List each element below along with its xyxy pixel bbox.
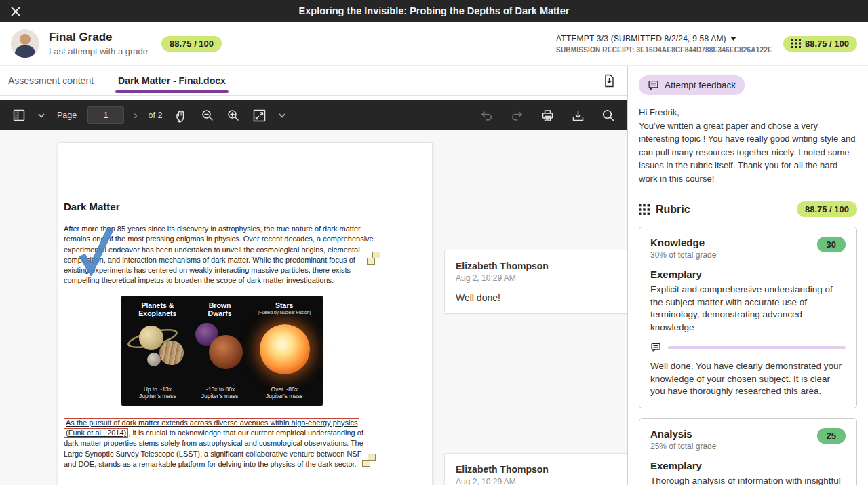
download-button[interactable]: [570, 107, 587, 124]
thumbnail-panel-icon: [12, 109, 26, 122]
avatar-face: [20, 34, 31, 45]
comment-card[interactable]: Elizabeth Thompson Aug 2, 10:29 AM: [444, 453, 627, 485]
comment-card[interactable]: Elizabeth Thompson Aug 2, 10:29 AM Well …: [444, 250, 627, 314]
close-icon: [10, 6, 21, 17]
feedback-panel: Attempt feedback Hi Fredrik, You’ve writ…: [627, 66, 868, 485]
criterion-level: Exemplary: [650, 269, 846, 280]
criterion-description: Explicit and comprehensive understanding…: [650, 284, 846, 334]
criterion-description: Thorough analysis of information with in…: [650, 475, 846, 485]
comment-text: Well done!: [456, 292, 616, 303]
comment-time: Aug 2, 10:29 AM: [456, 477, 616, 485]
print-icon: [540, 109, 555, 123]
rubric-score-pill: 88.75 / 100: [797, 201, 857, 217]
rubric-header: Rubric 88.75 / 100: [639, 201, 857, 217]
download-file-button[interactable]: [603, 74, 615, 88]
comment-note-icon[interactable]: [362, 454, 376, 467]
page-total-label: of 2: [149, 111, 163, 120]
final-grade-title: Final Grade: [49, 31, 148, 44]
criterion-score-pill: 25: [817, 428, 846, 444]
criterion-level: Exemplary: [650, 460, 846, 471]
figure-col1-caption: Up to ~13x Jupiter’s mass: [124, 386, 191, 400]
chevron-down-icon: [279, 113, 285, 118]
attempt-feedback-badge[interactable]: Attempt feedback: [639, 75, 745, 95]
rubric-grid-icon: [791, 39, 801, 48]
chevron-down-icon: [38, 113, 45, 118]
pan-tool-button[interactable]: [173, 107, 190, 124]
thumbnail-panel-button[interactable]: [11, 107, 27, 123]
grade-header: Final Grade Last attempt with a grade 88…: [0, 22, 868, 66]
criterion-name: Knowledge: [650, 237, 716, 248]
page-number-input[interactable]: [87, 106, 124, 124]
document-paragraph-1: After more than 85 years since its disco…: [64, 224, 375, 286]
saturn-planet: [139, 326, 163, 350]
undo-icon: [479, 109, 494, 121]
search-icon: [601, 109, 615, 122]
submission-receipt: SUBMISSION RECEIPT: 3E16D4AE8CF844D788E3…: [556, 46, 772, 54]
rubric-criterion-analysis[interactable]: Analysis 25% of total grade 25 Exemplary…: [639, 418, 857, 485]
print-button[interactable]: [539, 107, 556, 124]
figure-col3-title: Stars: [248, 301, 320, 309]
final-grade-pill: 88.75 / 100: [161, 36, 222, 52]
comment-note-icon[interactable]: [367, 252, 380, 265]
final-grade-subtitle: Last attempt with a grade: [49, 46, 148, 56]
document-figure: Planets & Exoplanets Up to ~13x Jupiter’…: [121, 296, 323, 406]
avatar: [11, 29, 39, 58]
redo-icon: [510, 109, 524, 121]
criterion-weight: 25% of total grade: [650, 442, 716, 451]
comment-author: Elizabeth Thompson: [456, 260, 616, 271]
download-icon: [571, 109, 585, 123]
caret-down-icon: [730, 37, 736, 41]
page-label: Page: [57, 111, 77, 120]
figure-col1-title: Planets & Exoplanets: [124, 301, 191, 317]
hand-icon: [174, 109, 189, 123]
feedback-icon: [648, 79, 659, 91]
rubric-criterion-knowledge[interactable]: Knowledge 30% of total grade 30 Exemplar…: [639, 227, 857, 408]
redo-button[interactable]: [509, 108, 526, 123]
instructor-feedback-text: Hi Fredrik, You’ve written a great paper…: [639, 106, 857, 185]
tab-bar: Assessment content Dark Matter - Final.d…: [0, 66, 627, 96]
criterion-comment: Well done. You have clearly demonstrated…: [650, 360, 846, 398]
fit-to-window-button[interactable]: [251, 107, 268, 124]
avatar-body: [15, 45, 35, 58]
pdf-toolbar: Page › of 2: [0, 100, 627, 130]
zoom-out-button[interactable]: [199, 107, 216, 123]
star: [260, 324, 310, 374]
fit-screen-icon: [252, 109, 267, 123]
criterion-score-pill: 30: [817, 237, 846, 252]
comment-time: Aug 2, 10:29 AM: [456, 273, 616, 283]
attempt-feedback-label: Attempt feedback: [665, 80, 736, 90]
criterion-divider: [668, 346, 846, 349]
moon: [147, 353, 161, 366]
comment-author: Elizabeth Thompson: [456, 464, 616, 475]
figure-col3-subtitle: (Fueled by Nuclear Fusion): [248, 310, 320, 315]
zoom-options-button[interactable]: [277, 112, 287, 119]
figure-col3-caption: Over ~80x Jupiter’s mass: [248, 386, 320, 400]
jupiter-planet: [159, 341, 184, 365]
search-button[interactable]: [600, 107, 616, 123]
brown-dwarf-brown: [209, 335, 243, 369]
panel-options-button[interactable]: [37, 112, 46, 119]
criterion-name: Analysis: [650, 428, 716, 440]
zoom-out-icon: [201, 109, 214, 122]
document-page: Dark Matter After more than 85 years sin…: [58, 142, 433, 485]
rubric-title: Rubric: [656, 203, 690, 216]
tab-document[interactable]: Dark Matter - Final.docx: [115, 66, 229, 96]
attempt-selector[interactable]: ATTEMPT 3/3 (SUBMITTED 8/2/24, 9:58 AM): [556, 34, 736, 43]
zoom-in-icon: [226, 109, 240, 122]
criterion-weight: 30% of total grade: [650, 250, 716, 260]
overall-grade-value: 88.75 / 100: [805, 39, 849, 49]
page-title: Exploring the Invisible: Probing the Dep…: [0, 5, 868, 16]
undo-button[interactable]: [478, 108, 495, 123]
figure-col2-title: Brown Dwarfs: [191, 301, 249, 317]
document-viewer[interactable]: Dark Matter After more than 85 years sin…: [0, 130, 627, 485]
note-front: [362, 460, 370, 467]
figure-col2-caption: ~13x to 80x Jupiter’s mass: [191, 386, 249, 400]
app-root: Exploring the Invisible: Probing the Dep…: [0, 0, 868, 485]
close-button[interactable]: [7, 3, 24, 20]
document-paragraph-2: As the pursuit of dark matter extends ac…: [64, 418, 375, 469]
file-download-icon: [603, 74, 615, 88]
next-page-button[interactable]: ›: [134, 109, 137, 121]
zoom-in-button[interactable]: [225, 107, 241, 123]
tab-assessment-content[interactable]: Assessment content: [5, 66, 96, 96]
overall-grade-pill[interactable]: 88.75 / 100: [783, 36, 857, 52]
